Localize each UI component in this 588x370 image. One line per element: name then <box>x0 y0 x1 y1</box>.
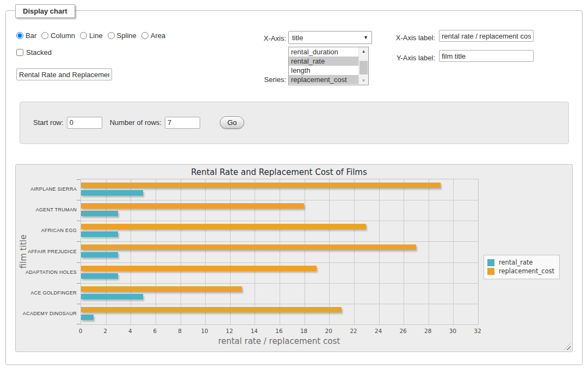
bar-replacement_cost <box>81 244 416 250</box>
chart-title: Rental Rate and Replacement Cost of Film… <box>81 167 478 177</box>
chart-title-input[interactable] <box>16 68 112 80</box>
chart-type-bar-label: Bar <box>26 32 36 40</box>
series-option-rental_duration[interactable]: rental_duration <box>289 47 358 57</box>
chart-type-column-label: Column <box>51 32 75 40</box>
chart-type-line-radio[interactable] <box>80 32 87 39</box>
chart-type-area-label: Area <box>151 32 165 40</box>
category-label: AGENT TRUMAN <box>16 207 77 212</box>
category-label: ACE GOLDFINGER <box>16 290 77 296</box>
chart-x-axis-title: rental rate / replacement cost <box>81 336 478 346</box>
bar-replacement_cost <box>81 224 366 229</box>
chart-type-line[interactable]: Line <box>80 32 103 40</box>
dropdown-arrow-icon: ▼ <box>363 35 368 40</box>
chart-container: Rental Rate and Replacement Cost of Film… <box>15 164 573 352</box>
bar-rental_rate <box>81 211 118 216</box>
row-range-panel: Start row: Number of rows: Go <box>20 102 569 144</box>
x-tick-label: 12 <box>221 328 238 334</box>
chart-resize-handle[interactable] <box>564 343 571 350</box>
x-tick-label: 24 <box>370 328 387 334</box>
grid-line-vertical <box>131 179 131 324</box>
scroll-thumb[interactable] <box>360 61 368 74</box>
chart-plot-area <box>81 179 479 325</box>
go-button[interactable]: Go <box>220 116 244 129</box>
x-tick-label: 0 <box>72 328 89 334</box>
chart-type-area-radio[interactable] <box>141 32 148 39</box>
series-list-scrollbar[interactable]: ▲ ▼ <box>358 47 368 85</box>
y-axis-tick-mark <box>77 262 81 263</box>
y-axis-tick-mark <box>77 283 81 284</box>
grid-line-vertical <box>181 179 181 324</box>
grid-line-vertical <box>205 179 206 324</box>
grid-line-vertical <box>156 179 156 324</box>
x-axis-select[interactable]: title ▼ <box>288 31 372 44</box>
series-field-label: Series: <box>239 76 286 84</box>
series-listbox[interactable]: rental_durationrental_ratelengthreplacem… <box>288 47 369 85</box>
legend-label-replacement_cost: replacement_cost <box>499 267 554 275</box>
x-axis-selected-value: title <box>292 34 303 42</box>
stacked-option[interactable]: Stacked <box>16 48 52 57</box>
stacked-label: Stacked <box>26 48 52 57</box>
bar-replacement_cost <box>81 183 441 188</box>
x-axis-label-input[interactable] <box>439 30 534 42</box>
chart-type-column[interactable]: Column <box>41 32 75 40</box>
grid-line-vertical <box>379 179 380 324</box>
y-axis-tick-mark <box>77 179 81 180</box>
y-axis-label-field-label: Y-Axis label: <box>381 54 435 62</box>
start-row-label: Start row: <box>33 118 64 127</box>
legend-label-rental_rate: rental_rate <box>499 259 533 266</box>
start-row-input[interactable] <box>67 117 102 129</box>
num-rows-input[interactable] <box>165 117 200 129</box>
x-tick-label: 8 <box>172 328 188 334</box>
grid-line-horizontal <box>81 262 478 263</box>
bar-rental_rate <box>81 315 94 320</box>
chart-legend: rental_ratereplacement_cost <box>484 255 560 279</box>
category-label: AFRICAN EGG <box>16 228 77 233</box>
bar-replacement_cost <box>81 286 242 292</box>
grid-line-vertical <box>329 179 330 324</box>
y-axis-label-input[interactable] <box>439 50 534 62</box>
chart-type-column-radio[interactable] <box>41 32 48 39</box>
x-tick-label: 22 <box>345 328 362 334</box>
grid-line-vertical <box>280 179 280 324</box>
y-axis-tick-mark <box>77 200 81 200</box>
y-axis-tick-mark <box>77 324 81 324</box>
bar-replacement_cost <box>81 203 304 209</box>
legend-item-replacement_cost: replacement_cost <box>487 267 554 275</box>
chart-type-bar[interactable]: Bar <box>16 32 36 40</box>
scroll-down-button[interactable]: ▼ <box>359 77 368 85</box>
x-tick-label: 14 <box>246 328 262 334</box>
chart-type-line-label: Line <box>89 32 103 40</box>
x-tick-label: 18 <box>296 328 312 334</box>
stacked-checkbox[interactable] <box>16 49 23 56</box>
series-option-replacement_cost[interactable]: replacement_cost <box>289 75 358 84</box>
grid-line-horizontal <box>81 283 478 284</box>
chart-type-area[interactable]: Area <box>141 32 165 40</box>
x-tick-label: 4 <box>122 328 138 334</box>
x-tick-label: 6 <box>147 328 163 334</box>
grid-line-vertical <box>230 179 231 324</box>
grid-line-vertical <box>255 179 255 324</box>
x-tick-label: 26 <box>395 328 411 334</box>
num-rows-label: Number of rows: <box>110 118 162 127</box>
chart-type-bar-radio[interactable] <box>16 32 23 39</box>
x-tick-label: 20 <box>320 328 337 334</box>
bar-rental_rate <box>81 231 118 237</box>
x-axis-label-field-label: X-Axis label: <box>381 34 435 42</box>
grid-line-vertical <box>453 179 454 324</box>
chart-type-spline-radio[interactable] <box>108 32 115 39</box>
series-option-rental_rate[interactable]: rental_rate <box>289 57 358 66</box>
bar-rental_rate <box>81 190 143 196</box>
grid-line-horizontal <box>81 200 478 200</box>
bar-replacement_cost <box>81 266 317 271</box>
category-label: AFFAIR PREJUDICE <box>16 249 77 254</box>
grid-line-horizontal <box>81 241 478 242</box>
chart-type-spline[interactable]: Spline <box>108 32 137 40</box>
series-option-length[interactable]: length <box>289 66 358 75</box>
scroll-up-button[interactable]: ▲ <box>359 47 368 55</box>
bar-rental_rate <box>81 294 143 299</box>
panel-title: Display chart <box>15 4 75 18</box>
grid-line-horizontal <box>81 304 478 304</box>
chart-type-radio-group: Bar Column Line Spline Area <box>16 32 165 40</box>
legend-swatch-rental_rate <box>487 259 494 266</box>
x-tick-label: 10 <box>196 328 213 334</box>
